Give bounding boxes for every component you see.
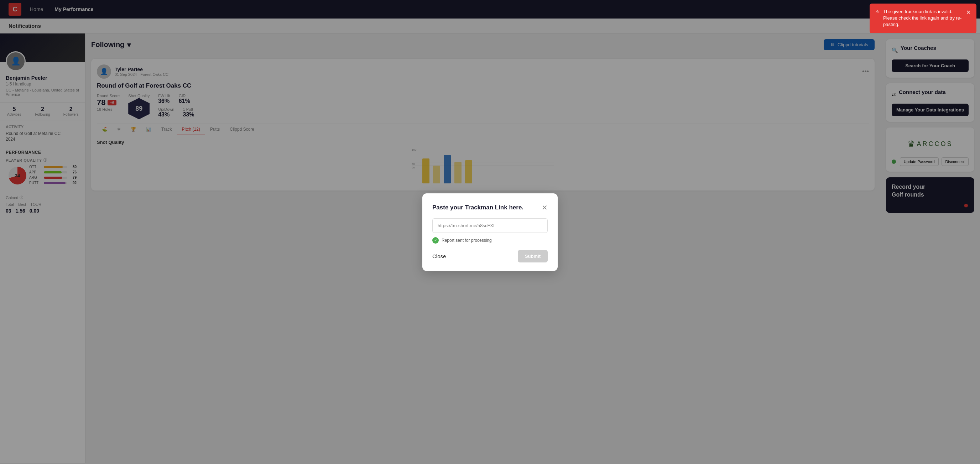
modal-actions: Close Submit (432, 250, 548, 262)
modal-overlay: Paste your Trackman Link here. ✕ ✓ Repor… (0, 0, 980, 463)
modal-success-row: ✓ Report sent for processing (432, 237, 548, 243)
error-toast: ⚠ The given trackman link is invalid. Pl… (870, 3, 977, 33)
modal-close-x-button[interactable]: ✕ (542, 203, 548, 212)
trackman-modal: Paste your Trackman Link here. ✕ ✓ Repor… (422, 193, 558, 271)
modal-close-button[interactable]: Close (432, 253, 446, 259)
trackman-link-input[interactable] (432, 218, 548, 233)
modal-submit-button[interactable]: Submit (518, 250, 548, 262)
modal-title: Paste your Trackman Link here. (432, 204, 523, 211)
modal-success-message: Report sent for processing (442, 238, 492, 243)
error-icon: ⚠ (875, 8, 880, 15)
error-message: The given trackman link is invalid. Plea… (883, 8, 963, 28)
success-check-icon: ✓ (432, 237, 439, 243)
modal-header: Paste your Trackman Link here. ✕ (432, 203, 548, 212)
error-toast-close[interactable]: ✕ (966, 8, 971, 16)
